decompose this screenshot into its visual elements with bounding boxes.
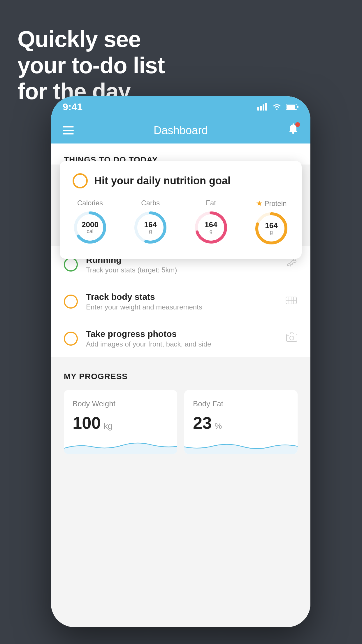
- headline-line1: Quickly see: [17, 26, 165, 52]
- protein-circle: 164 g: [254, 211, 289, 246]
- card-header-row: Hit your daily nutrition goal: [73, 173, 289, 188]
- protein-label: ★Protein: [256, 199, 287, 208]
- body-stats-icon: [285, 295, 298, 308]
- notification-dot: [295, 122, 300, 127]
- nutrition-row: Calories 2000 cal Carbs: [73, 199, 289, 246]
- running-desc: Track your stats (target: 5km): [86, 266, 277, 274]
- nutrition-check-circle: [73, 173, 88, 188]
- body-weight-value-row: 100 kg: [73, 413, 168, 433]
- photos-text: Take progress photos Add images of your …: [86, 329, 278, 348]
- carbs-label: Carbs: [141, 199, 160, 207]
- app-header: Dashboard: [51, 117, 310, 144]
- headline-line2: your to-do list: [17, 52, 165, 79]
- body-fat-card[interactable]: Body Fat 23 %: [184, 390, 298, 454]
- svg-rect-0: [257, 107, 259, 111]
- nutrition-carbs: Carbs 164 g: [133, 199, 168, 245]
- progress-section-title: MY PROGRESS: [64, 372, 298, 381]
- nutrition-calories: Calories 2000 cal: [73, 199, 108, 245]
- nutrition-fat: Fat 164 g: [194, 199, 229, 245]
- svg-rect-1: [260, 106, 262, 111]
- svg-rect-2: [263, 104, 264, 111]
- progress-section: MY PROGRESS Body Weight 100 kg B: [51, 357, 310, 466]
- calories-circle: 2000 cal: [73, 210, 108, 245]
- calories-value: 2000: [82, 221, 99, 228]
- svg-rect-7: [297, 106, 298, 108]
- body-weight-card[interactable]: Body Weight 100 kg: [64, 390, 177, 454]
- phone-frame: 9:41: [51, 96, 310, 627]
- fat-unit: g: [205, 228, 217, 235]
- photos-icon: [286, 332, 298, 345]
- status-icons: [257, 103, 299, 111]
- nutrition-protein: ★Protein 164 g: [254, 199, 289, 246]
- carbs-circle: 164 g: [133, 210, 168, 245]
- headline: Quickly see your to-do list for the day.: [17, 26, 165, 105]
- photos-check-circle: [64, 332, 78, 346]
- svg-point-24: [290, 336, 294, 340]
- star-icon: ★: [256, 199, 263, 208]
- body-fat-number: 23: [193, 413, 212, 433]
- body-fat-card-title: Body Fat: [193, 399, 289, 408]
- todo-item-body-stats[interactable]: Track body stats Enter your weight and m…: [51, 283, 310, 320]
- svg-rect-3: [265, 103, 267, 111]
- todo-list: Running Track your stats (target: 5km): [51, 246, 310, 357]
- running-check-circle: [64, 258, 78, 272]
- protein-unit: g: [265, 229, 277, 235]
- carbs-unit: g: [144, 228, 157, 235]
- svg-point-4: [276, 109, 277, 110]
- nutrition-card[interactable]: Hit your daily nutrition goal Calories 2…: [60, 161, 302, 259]
- carbs-value: 164: [144, 221, 157, 228]
- calories-unit: cal: [82, 228, 99, 235]
- protein-value: 164: [265, 222, 277, 229]
- body-stats-check-circle: [64, 295, 78, 309]
- body-stats-desc: Enter your weight and measurements: [86, 303, 277, 311]
- nutrition-card-title: Hit your daily nutrition goal: [94, 175, 231, 187]
- svg-rect-6: [287, 105, 295, 109]
- body-stats-name: Track body stats: [86, 292, 277, 302]
- progress-cards: Body Weight 100 kg Body Fat 23 %: [64, 390, 298, 454]
- calories-label: Calories: [77, 199, 103, 207]
- body-weight-card-title: Body Weight: [73, 399, 168, 408]
- status-bar: 9:41: [51, 96, 310, 117]
- status-time: 9:41: [63, 101, 82, 113]
- body-fat-wave: [184, 434, 298, 454]
- photos-name: Take progress photos: [86, 329, 278, 339]
- running-icon: [285, 258, 298, 271]
- body-stats-text: Track body stats Enter your weight and m…: [86, 292, 277, 311]
- fat-circle: 164 g: [194, 210, 229, 245]
- svg-rect-23: [287, 334, 297, 342]
- body-weight-wave: [64, 434, 177, 454]
- body-weight-unit: kg: [104, 421, 113, 431]
- photos-desc: Add images of your front, back, and side: [86, 340, 278, 348]
- svg-rect-8: [293, 123, 294, 125]
- signal-icon: [257, 103, 268, 111]
- header-title: Dashboard: [154, 124, 208, 137]
- body-fat-value-row: 23 %: [193, 413, 289, 433]
- body-fat-unit: %: [215, 421, 222, 431]
- body-weight-number: 100: [73, 413, 101, 433]
- wifi-icon: [272, 103, 282, 111]
- menu-icon[interactable]: [63, 126, 74, 134]
- notification-bell-icon[interactable]: [288, 123, 299, 138]
- fat-value: 164: [205, 221, 217, 228]
- content-area: THINGS TO DO TODAY Hit your daily nutrit…: [51, 144, 310, 627]
- fat-label: Fat: [206, 199, 216, 207]
- todo-item-progress-photos[interactable]: Take progress photos Add images of your …: [51, 320, 310, 357]
- battery-icon: [286, 104, 299, 110]
